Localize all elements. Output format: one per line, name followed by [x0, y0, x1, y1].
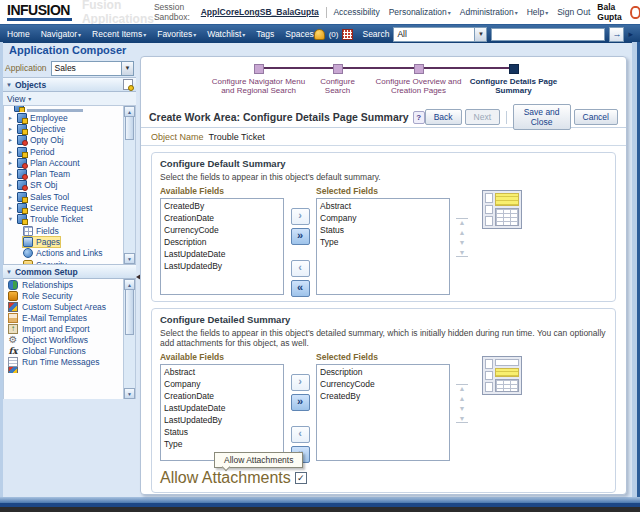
nav-item-navigator[interactable]: Navigator▾ [41, 29, 81, 39]
tree-item-security[interactable]: Security [4, 259, 124, 264]
collapsed-arrow-icon[interactable]: ▸ [7, 181, 14, 189]
train-stop-configure-overview-and-creation-pages[interactable]: Configure Overview and Creation Pages [368, 60, 470, 95]
session-sandbox-link[interactable]: ApplCoreLongSB_BalaGupta [201, 7, 319, 17]
utility-link-help[interactable]: Help▾ [527, 7, 549, 17]
move-top-icon[interactable]: ▲ [456, 384, 468, 392]
collapsed-arrow-icon[interactable]: ▸ [7, 136, 14, 144]
save-and-close-button[interactable]: Save and Close [513, 104, 571, 130]
search-input[interactable] [491, 28, 605, 41]
selected-field-option[interactable]: CreatedBy [320, 390, 449, 402]
detailed-available-fields-list[interactable]: AbstractCompanyCreationDateLastUpdateDat… [160, 364, 284, 461]
tree-item-employee[interactable]: ▸Employee [4, 112, 124, 123]
advanced-search-icon[interactable]: ▸ [628, 30, 633, 39]
selected-field-option[interactable]: Type [320, 236, 449, 248]
nav-item-watchlist[interactable]: Watchlist▾ [207, 29, 245, 39]
scrollbar-thumb[interactable] [125, 116, 134, 140]
collapse-chevron-icon[interactable]: ▼ [6, 82, 12, 88]
available-field-option[interactable]: CreationDate [164, 212, 283, 224]
move-all-button[interactable]: » [291, 228, 310, 245]
collapsed-arrow-icon[interactable]: ▸ [7, 148, 14, 156]
common-setup-scrollbar[interactable]: ▲ ▼ [123, 279, 135, 399]
help-icon[interactable]: ? [413, 111, 425, 124]
tree-item-period[interactable]: ▸Period [4, 146, 124, 157]
available-field-option[interactable]: Status [164, 426, 283, 438]
selected-field-option[interactable]: Status [320, 224, 449, 236]
chat-bubble-icon[interactable] [630, 6, 640, 19]
common-setup-panel-header[interactable]: ▼ Common Setup [3, 264, 136, 279]
collapsed-arrow-icon[interactable]: ▸ [7, 193, 14, 201]
tree-item-sales-tool[interactable]: ▸Sales Tool [4, 191, 124, 202]
move-up-icon[interactable]: ▲ [456, 229, 468, 236]
move-down-icon[interactable]: ▼ [456, 405, 468, 412]
search-go-button[interactable]: → [609, 27, 624, 42]
common-setup-item-object-workflows[interactable]: ⚙Object Workflows [4, 334, 124, 345]
available-field-option[interactable]: Abstract [164, 366, 283, 378]
utility-link-sign-out[interactable]: Sign Out [557, 7, 590, 17]
tree-item-actions-and-links[interactable]: Actions and Links [4, 248, 124, 259]
nav-item-spaces[interactable]: Spaces [285, 29, 313, 39]
move-all-button[interactable]: » [291, 394, 310, 411]
available-field-option[interactable]: CreatedBy [164, 200, 283, 212]
allow-attachments-checkbox[interactable]: ✓ [295, 472, 307, 484]
available-field-option[interactable]: LastUpdatedBy [164, 260, 283, 272]
available-field-option[interactable]: Type [164, 438, 283, 450]
scroll-down-icon[interactable]: ▼ [124, 253, 135, 264]
nav-item-favorites[interactable]: Favorites▾ [157, 29, 196, 39]
tree-item-objective[interactable]: ▸Objective [4, 123, 124, 134]
tree-item-plan-account[interactable]: ▸Plan Account [4, 157, 124, 168]
train-stop-configure-navigator-menu-and-regional-search[interactable]: Configure Navigator Menu and Regional Se… [210, 60, 308, 95]
common-setup-item-relationships[interactable]: Relationships [4, 279, 124, 290]
notifications-bell-icon[interactable] [314, 29, 325, 40]
utility-link-accessibility[interactable]: Accessibility [333, 7, 379, 17]
move-button[interactable]: › [291, 208, 310, 225]
tree-item-service-request[interactable]: ▸Service Request [4, 202, 124, 213]
move-down-icon[interactable]: ▼ [456, 239, 468, 246]
tree-item-sr-obj[interactable]: ▸SR Obj [4, 180, 124, 191]
available-field-option[interactable]: Description [164, 236, 283, 248]
scroll-down-icon[interactable]: ▼ [124, 388, 135, 399]
search-scope-select[interactable]: All ▼ [393, 27, 487, 42]
expanded-arrow-icon[interactable]: ▾ [7, 215, 14, 223]
back-button[interactable]: Back [425, 109, 462, 125]
selected-field-option[interactable]: CurrencyCode [320, 378, 449, 390]
available-field-option[interactable]: LastUpdateDate [164, 248, 283, 260]
utility-link-administration[interactable]: Administration▾ [460, 7, 518, 17]
scrollbar-thumb[interactable] [125, 289, 134, 335]
available-field-option[interactable]: CurrencyCode [164, 224, 283, 236]
available-field-option[interactable]: LastUpdateDate [164, 402, 283, 414]
detailed-selected-fields-list[interactable]: DescriptionCurrencyCodeCreatedBy [316, 364, 450, 461]
train-stop-configure-search[interactable]: Configure Search [308, 60, 368, 95]
default-available-fields-list[interactable]: CreatedByCreationDateCurrencyCodeDescrip… [160, 198, 284, 295]
common-setup-item-run-time-messages[interactable]: Run Time Messages [4, 356, 124, 367]
calendar-icon[interactable] [342, 29, 353, 40]
move-button[interactable]: › [291, 374, 310, 391]
remove-all-button[interactable]: « [291, 280, 310, 297]
move-up-icon[interactable]: ▲ [456, 395, 468, 402]
common-setup-item-role-security[interactable]: Role Security [4, 290, 124, 301]
tree-item-pages[interactable]: Pages [4, 236, 124, 247]
tree-item-plan-team[interactable]: ▸Plan Team [4, 168, 124, 179]
tree-item-opty-obj[interactable]: ▸Opty Obj [4, 135, 124, 146]
move-bottom-icon[interactable]: ▼ [456, 415, 468, 423]
common-setup-item-custom-subject-areas[interactable]: Custom Subject Areas [4, 301, 124, 312]
nav-item-home[interactable]: Home [7, 29, 30, 39]
collapsed-arrow-icon[interactable]: ▸ [7, 170, 14, 178]
nav-item-recent-items[interactable]: Recent Items▾ [92, 29, 146, 39]
remove-button[interactable]: ‹ [291, 426, 310, 443]
collapse-chevron-icon[interactable]: ▼ [6, 269, 12, 275]
selected-field-option[interactable]: Abstract [320, 200, 449, 212]
application-select[interactable]: Sales ▼ [51, 61, 134, 76]
collapsed-arrow-icon[interactable]: ▸ [7, 204, 14, 212]
available-field-option[interactable]: Company [164, 378, 283, 390]
move-bottom-icon[interactable]: ▼ [456, 249, 468, 257]
collapsed-arrow-icon[interactable]: ▸ [7, 159, 14, 167]
move-top-icon[interactable]: ▲ [456, 218, 468, 226]
collapsed-arrow-icon[interactable]: ▸ [7, 125, 14, 133]
train-stop-configure-details-page-summary[interactable]: Configure Details Page Summary [470, 60, 558, 95]
selected-field-option[interactable]: Company [320, 212, 449, 224]
available-field-option[interactable]: CreationDate [164, 390, 283, 402]
selected-field-option[interactable]: Description [320, 366, 449, 378]
common-setup-item-global-functions[interactable]: fxGlobal Functions [4, 345, 124, 356]
view-menu[interactable]: View ▾ [3, 92, 136, 106]
common-setup-item-e-mail-templates[interactable]: E-Mail Templates [4, 312, 124, 323]
